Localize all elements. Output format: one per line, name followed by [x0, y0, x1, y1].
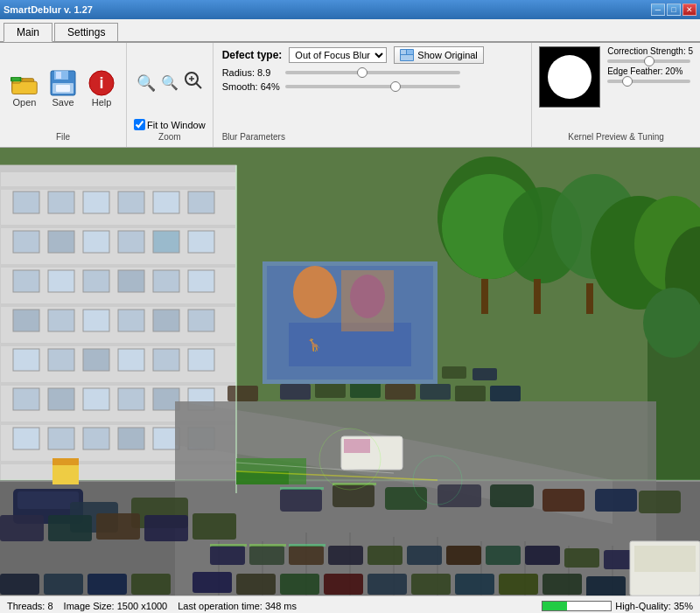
open-button[interactable]: Open	[7, 67, 42, 109]
defect-type-select[interactable]: Out of Focus Blur Motion Blur Gaussian B…	[289, 47, 387, 63]
svg-rect-60	[83, 428, 109, 449]
show-original-label: Show Original	[417, 50, 477, 60]
zoom-in-button[interactable]: 🔍	[159, 73, 180, 93]
svg-rect-31	[118, 231, 144, 253]
svg-rect-110	[192, 572, 232, 593]
last-op-label: Last operation time: 348 ms	[178, 601, 297, 611]
svg-rect-165	[341, 270, 394, 331]
svg-rect-104	[446, 546, 481, 565]
svg-rect-161	[280, 487, 324, 490]
svg-rect-99	[249, 546, 284, 565]
svg-rect-106	[525, 546, 560, 565]
radius-slider[interactable]	[285, 71, 460, 74]
maximize-button[interactable]: □	[667, 3, 681, 16]
svg-rect-41	[48, 310, 74, 331]
window-controls: ─ □ ✕	[651, 3, 696, 16]
svg-rect-114	[368, 574, 407, 595]
svg-rect-112	[280, 574, 319, 595]
save-icon	[49, 69, 77, 97]
svg-rect-171	[18, 491, 79, 509]
save-button[interactable]: Save	[46, 67, 80, 109]
svg-rect-68	[0, 303, 236, 307]
close-button[interactable]: ✕	[682, 3, 696, 16]
zoom-out-button[interactable]: 🔍	[135, 72, 158, 94]
tab-bar: Main Settings	[0, 19, 700, 43]
zoom-actual-button[interactable]	[182, 69, 205, 96]
svg-rect-50	[153, 349, 179, 371]
svg-rect-49	[118, 349, 144, 371]
svg-rect-159	[249, 544, 286, 547]
svg-rect-16	[401, 50, 406, 54]
blur-params-group: Defect type: Out of Focus Blur Motion Bl…	[214, 43, 533, 147]
svg-text:🦒: 🦒	[306, 338, 322, 352]
file-tools: Open Save	[7, 46, 119, 130]
svg-rect-8	[56, 85, 70, 92]
zoom-tools: 🔍 🔍	[135, 46, 205, 119]
svg-rect-52	[13, 388, 39, 410]
svg-rect-116	[455, 574, 494, 595]
smooth-row: Smooth: 64%	[222, 81, 523, 92]
kernel-circle	[548, 55, 592, 99]
smooth-slider[interactable]	[285, 85, 460, 88]
edge-feather-slider[interactable]	[607, 80, 690, 83]
blur-group-label: Blur Parameters	[222, 130, 523, 143]
svg-rect-58	[13, 428, 39, 449]
toolbar: Open Save	[0, 43, 700, 148]
kernel-preview-group: Correction Strength: 5 Edge Feather: 20%…	[532, 43, 700, 147]
svg-rect-122	[44, 574, 83, 595]
help-button[interactable]: i Help	[84, 67, 119, 109]
svg-rect-101	[328, 546, 363, 565]
correction-strength-slider[interactable]	[607, 59, 690, 63]
image-size-label: Image Size: 1500 x1000	[64, 601, 168, 611]
svg-rect-124	[131, 574, 171, 595]
minimize-button[interactable]: ─	[651, 3, 665, 16]
help-label: Help	[92, 97, 112, 108]
svg-rect-102	[368, 546, 402, 565]
defect-type-row: Defect type: Out of Focus Blur Motion Bl…	[222, 46, 523, 64]
svg-rect-158	[210, 544, 247, 547]
svg-rect-105	[486, 546, 521, 565]
svg-rect-125	[280, 489, 322, 512]
radius-label: Radius: 8.9	[222, 67, 282, 78]
svg-rect-6	[56, 72, 61, 79]
svg-line-12	[196, 83, 201, 88]
progress-bar-outer	[542, 601, 612, 611]
svg-rect-46	[13, 349, 39, 371]
svg-rect-51	[188, 349, 214, 371]
svg-rect-117	[499, 574, 538, 595]
open-label: Open	[13, 97, 37, 108]
fit-to-window-checkbox[interactable]	[134, 119, 145, 130]
kernel-top: Correction Strength: 5 Edge Feather: 20%	[539, 46, 693, 108]
svg-rect-178	[192, 513, 236, 540]
edge-feather-label: Edge Feather: 20%	[607, 66, 682, 76]
svg-rect-27	[188, 192, 214, 213]
tab-main[interactable]: Main	[4, 23, 52, 42]
correction-strength-label: Correction Strength: 5	[607, 46, 693, 56]
svg-rect-28	[13, 231, 39, 253]
show-original-button[interactable]: Show Original	[394, 46, 483, 64]
svg-rect-23	[48, 192, 74, 213]
svg-rect-135	[280, 384, 311, 400]
svg-rect-24	[83, 192, 109, 213]
svg-rect-177	[144, 515, 188, 541]
progress-bar-inner	[542, 602, 566, 610]
kernel-params: Correction Strength: 5 Edge Feather: 20%	[607, 46, 693, 83]
title-bar: SmartDeblur v. 1.27 ─ □ ✕	[0, 0, 700, 19]
svg-rect-141	[490, 386, 521, 401]
correction-strength-row: Correction Strength: 5	[607, 46, 693, 56]
fit-to-window-checkbox-row: Fit to Window	[134, 119, 206, 130]
svg-rect-136	[315, 382, 346, 398]
svg-rect-33	[188, 231, 214, 253]
svg-rect-131	[595, 489, 637, 512]
svg-rect-115	[411, 574, 451, 595]
svg-rect-30	[83, 231, 109, 253]
edge-feather-row: Edge Feather: 20%	[607, 66, 693, 76]
svg-rect-181	[52, 463, 79, 484]
svg-rect-176	[96, 513, 140, 540]
svg-rect-67	[0, 264, 236, 268]
svg-rect-39	[188, 270, 214, 292]
svg-rect-69	[0, 343, 236, 346]
tab-settings[interactable]: Settings	[54, 23, 118, 41]
svg-rect-175	[48, 515, 92, 541]
svg-rect-130	[542, 489, 584, 512]
